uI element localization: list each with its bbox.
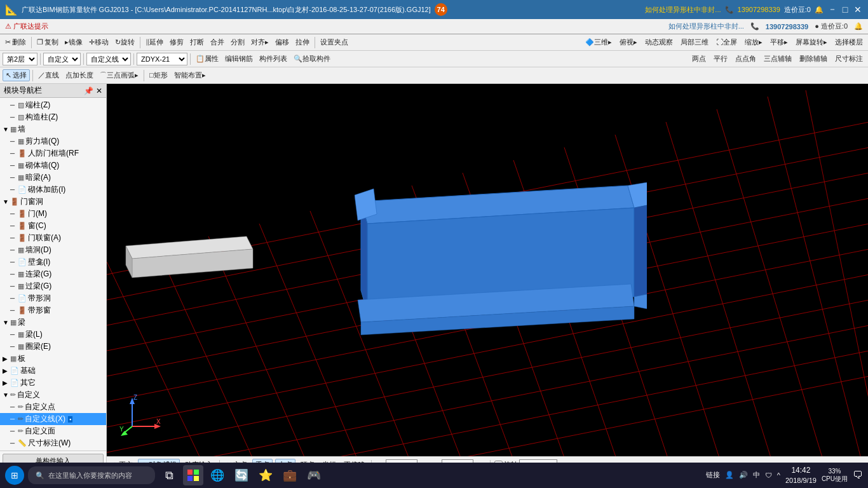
minimize-button[interactable]: － [827, 4, 837, 15]
start-button[interactable]: ⊞ [5, 466, 24, 485]
notif-bell[interactable]: 🔔 [854, 22, 863, 30]
expand-icon[interactable]: ▼ [3, 391, 10, 398]
tree-item-13[interactable]: ─📄壁龛(I) [0, 256, 106, 268]
maximize-button[interactable]: □ [840, 4, 850, 15]
break-button[interactable]: 打断 [187, 37, 207, 48]
tree-item-20[interactable]: ─▦圈梁(E) [0, 341, 106, 353]
rotate-button[interactable]: ↻旋转 [112, 37, 137, 48]
line-button[interactable]: ／直线 [36, 70, 62, 81]
expand-icon[interactable]: ▶ [3, 379, 10, 386]
floor-select[interactable]: 第2层 [3, 53, 37, 65]
stretch-button[interactable]: 拉伸 [293, 37, 312, 48]
tree-item-10[interactable]: ─🚪窗(C) [0, 220, 106, 232]
taskbar-app-5[interactable]: ⭐ [255, 465, 276, 485]
delete-aux-button[interactable]: 删除辅轴 [797, 53, 830, 64]
tree-item-27[interactable]: ─✏自定义面 [0, 425, 106, 437]
tree-item-24[interactable]: ▼✏自定义 [0, 389, 106, 401]
tree-item-22[interactable]: ▶📄基础 [0, 365, 106, 377]
help-text[interactable]: 如何处理异形柱中非封... [645, 5, 721, 15]
taskbar-app-7[interactable]: 🎮 [304, 465, 324, 485]
align-button[interactable]: 对齐▸ [248, 37, 271, 48]
tree-item-4[interactable]: ─🚪人防门框墙(RF [0, 147, 106, 159]
grip-button[interactable]: 设置夹点 [318, 37, 351, 48]
expand-icon[interactable]: ▶ [3, 355, 10, 362]
mirror-button[interactable]: ▸镜像 [62, 37, 85, 48]
tray-ime[interactable]: 中 [753, 470, 760, 480]
taskbar-app-3[interactable]: 🌐 [207, 465, 227, 485]
clock[interactable]: 14:42 2018/9/19 [785, 466, 817, 485]
tree-item-3[interactable]: ─▦剪力墙(Q) [0, 135, 106, 147]
tray-security[interactable]: 🛡 [765, 471, 772, 479]
screen-rotate-button[interactable]: 屏幕旋转▸ [793, 37, 830, 48]
extend-button[interactable]: ‖延伸 [143, 37, 166, 48]
expand-icon[interactable]: ▼ [3, 198, 10, 205]
dimension-button[interactable]: 尺寸标注 [832, 53, 865, 64]
notification-icon[interactable]: 🔔 [815, 6, 824, 14]
search-bar[interactable]: 🔍 在这里输入你要搜索的内容 [28, 466, 155, 484]
tree-item-7[interactable]: ─📄砌体加筋(I) [0, 184, 106, 196]
3d-button[interactable]: 🔷三维▸ [583, 37, 614, 48]
fullscreen-button[interactable]: ⛶全屏 [714, 37, 740, 48]
tree-item-14[interactable]: ─▦连梁(G) [0, 268, 106, 280]
pan-button[interactable]: 平移▸ [768, 37, 790, 48]
tray-user[interactable]: 👤 [725, 471, 734, 479]
tray-link[interactable]: 链接 [706, 470, 720, 480]
tree-item-21[interactable]: ▶▦板 [0, 353, 106, 365]
notif-help[interactable]: 如何处理异形柱中非封... [668, 22, 744, 31]
custom-select[interactable]: 自定义 [43, 53, 81, 65]
arc-button[interactable]: ⌒三点画弧▸ [97, 70, 141, 81]
zdyx-select[interactable]: ZDYX-21 [137, 53, 187, 65]
taskbar-app-2[interactable] [183, 465, 203, 485]
tree-item-17[interactable]: ─🚪带形窗 [0, 304, 106, 316]
expand-icon[interactable]: ▼ [3, 126, 10, 133]
offset-button[interactable]: 偏移 [273, 37, 292, 48]
pick-component-button[interactable]: 🔍拾取构件 [291, 53, 333, 64]
rect-button[interactable]: □矩形 [147, 70, 170, 81]
tray-arrow[interactable]: ^ [777, 471, 780, 479]
notification-badge[interactable]: 74 [435, 3, 447, 16]
tree-item-28[interactable]: ─📏尺寸标注(W) [0, 437, 106, 449]
tree-item-16[interactable]: ─📄带形洞 [0, 292, 106, 304]
tree-item-25[interactable]: ─✏自定义点 [0, 401, 106, 413]
taskbar-app-6[interactable]: 💼 [280, 465, 300, 485]
select-button[interactable]: ↖ 选择 [3, 69, 30, 81]
parallel-button[interactable]: 平行 [711, 53, 730, 64]
tree-item-9[interactable]: ─🚪门(M) [0, 208, 106, 220]
trim-button[interactable]: 修剪 [167, 37, 186, 48]
tree-item-6[interactable]: ─▦暗梁(A) [0, 172, 106, 184]
move-button[interactable]: ✛移动 [86, 37, 111, 48]
tree-item-19[interactable]: ─▦梁(L) [0, 329, 106, 341]
point-length-button[interactable]: 点加长度 [63, 70, 96, 81]
select-floor-button[interactable]: 选择楼层 [832, 37, 865, 48]
taskbar-task-view[interactable]: ⧉ [159, 465, 179, 485]
tree-item-26[interactable]: ─✏自定义线(X)▪ [0, 413, 106, 425]
tray-volume[interactable]: 🔊 [739, 471, 748, 479]
merge-button[interactable]: 合并 [208, 37, 227, 48]
tree-item-1[interactable]: ─▧构造柱(Z) [0, 111, 106, 123]
delete-button[interactable]: ✂删除 [3, 37, 29, 48]
close-button[interactable]: ✕ [853, 4, 863, 15]
expand-icon[interactable]: ▼ [3, 319, 10, 326]
dynamic-view-button[interactable]: 动态观察 [642, 37, 675, 48]
pin-icon[interactable]: 📌 [84, 86, 93, 95]
3d-viewport[interactable]: Z X Y ⊕ 正交 [107, 84, 868, 473]
component-list-button[interactable]: 构件列表 [257, 53, 290, 64]
three-point-aux-button[interactable]: 三点辅轴 [761, 53, 794, 64]
custom-line-select[interactable]: 自定义线 [86, 53, 131, 65]
expand-icon[interactable]: ▶ [3, 367, 10, 374]
taskbar-app-4[interactable]: 🔄 [231, 465, 252, 485]
split-button[interactable]: 分割 [228, 37, 247, 48]
local-3d-button[interactable]: 局部三维 [678, 37, 711, 48]
property-button[interactable]: 📋属性 [193, 53, 221, 64]
notification-center[interactable]: 🗨 [853, 470, 863, 481]
angle-button[interactable]: 点点角 [733, 53, 759, 64]
tree-item-12[interactable]: ─▦墙洞(D) [0, 244, 106, 256]
tree-item-15[interactable]: ─▦过梁(G) [0, 280, 106, 292]
top-view-button[interactable]: 俯视▸ [617, 37, 640, 48]
tree-item-8[interactable]: ▼🚪门窗洞 [0, 196, 106, 208]
close-sidebar-icon[interactable]: ✕ [96, 86, 102, 95]
zoom-button[interactable]: 缩放▸ [742, 37, 765, 48]
smart-layout-button[interactable]: 智能布置▸ [172, 70, 208, 81]
tree-item-5[interactable]: ─▦砌体墙(Q) [0, 159, 106, 172]
tree-item-2[interactable]: ▼▦墙 [0, 123, 106, 135]
